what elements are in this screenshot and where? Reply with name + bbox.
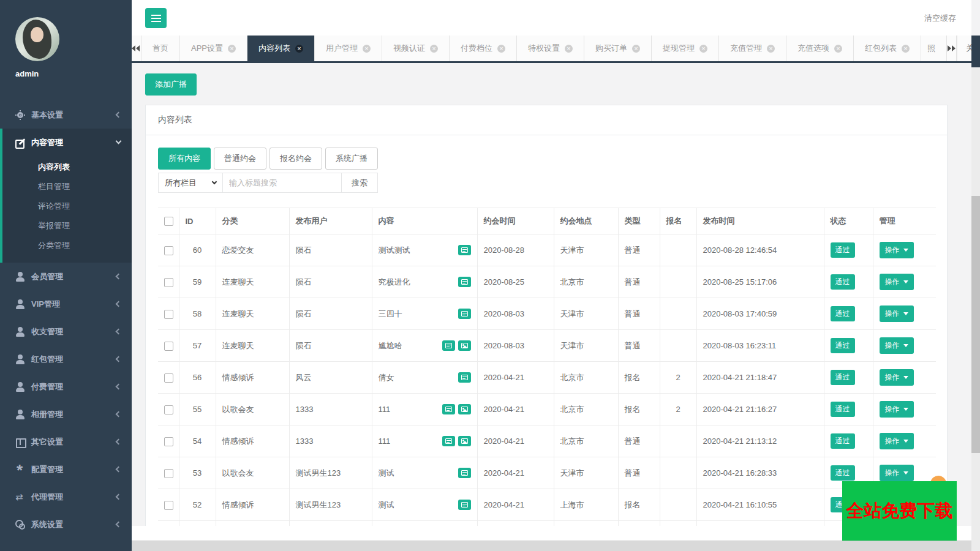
tab-close-icon[interactable]: [430, 45, 438, 53]
sidebar: admin 基本设置 内容管理 内容列表栏目管理评论管理举报管理分类管理 会员管…: [0, 0, 132, 551]
filter-button[interactable]: 报名约会: [270, 148, 322, 170]
tab-close-icon[interactable]: [295, 45, 303, 53]
tab[interactable]: 充值选项: [786, 36, 854, 61]
username: admin: [15, 69, 132, 78]
cell-signup: [660, 457, 696, 489]
image-icon: [461, 343, 468, 348]
tab-close-icon[interactable]: [228, 45, 236, 53]
action-button[interactable]: 操作: [880, 242, 914, 258]
tab-close-icon[interactable]: [767, 45, 775, 53]
status-badge[interactable]: 通过: [831, 370, 855, 385]
tab[interactable]: 用户管理: [315, 36, 382, 61]
row-checkbox[interactable]: [164, 405, 173, 414]
tab-close-icon[interactable]: [699, 45, 707, 53]
row-checkbox[interactable]: [164, 469, 173, 478]
tab[interactable]: 提现管理: [652, 36, 719, 61]
sidebar-subitem[interactable]: 内容列表: [2, 157, 132, 177]
status-badge[interactable]: 通过: [831, 465, 855, 481]
search-button[interactable]: 搜索: [342, 173, 378, 193]
action-button[interactable]: 操作: [880, 465, 914, 481]
vertical-scrollbar[interactable]: [971, 36, 980, 551]
status-badge[interactable]: 通过: [831, 433, 855, 449]
sidebar-subitem[interactable]: 分类管理: [2, 236, 132, 255]
action-button[interactable]: 操作: [880, 401, 914, 418]
tab-close-icon[interactable]: [497, 45, 505, 53]
row-checkbox[interactable]: [164, 373, 173, 383]
select-all-checkbox[interactable]: [164, 217, 173, 226]
tabs-scroll-right-button[interactable]: [947, 36, 957, 61]
action-button[interactable]: 操作: [880, 274, 914, 290]
tab[interactable]: APP设置: [180, 36, 247, 61]
sidebar-item-label: 代理管理: [31, 492, 116, 503]
sidebar-subitem[interactable]: 栏目管理: [2, 177, 132, 197]
row-checkbox[interactable]: [164, 278, 173, 287]
sidebar-item[interactable]: 其它设置: [0, 428, 132, 455]
add-broadcast-button[interactable]: 添加广播: [145, 73, 197, 96]
tab[interactable]: 红包列表: [854, 36, 921, 61]
row-checkbox[interactable]: [164, 342, 173, 351]
tab[interactable]: 充值管理: [719, 36, 786, 61]
action-button[interactable]: 操作: [880, 369, 914, 386]
tab[interactable]: 照: [921, 36, 947, 61]
sidebar-subitem[interactable]: 举报管理: [2, 216, 132, 236]
sidebar-item[interactable]: 付费管理: [0, 373, 132, 400]
sidebar-item[interactable]: 基本设置: [0, 101, 132, 129]
row-checkbox[interactable]: [164, 501, 173, 510]
action-button[interactable]: 操作: [880, 305, 914, 322]
sidebar-item[interactable]: 相册管理: [0, 400, 132, 428]
panel-title: 内容列表: [158, 114, 192, 124]
row-checkbox[interactable]: [164, 246, 173, 255]
vertical-scrollbar-thumb[interactable]: [971, 196, 980, 453]
tab-label: APP设置: [191, 43, 223, 54]
search-input[interactable]: [223, 173, 342, 193]
sidebar-subitem[interactable]: 评论管理: [2, 197, 132, 216]
sidebar-item[interactable]: 收支管理: [0, 318, 132, 345]
panel-body: 所有内容普通约会报名约会系统广播 所有栏目 搜索: [146, 135, 947, 551]
clear-cache-link[interactable]: 清空缓存: [924, 13, 956, 24]
filter-button[interactable]: 系统广播: [325, 148, 378, 170]
sidebar-item[interactable]: 代理管理: [0, 483, 132, 511]
status-badge[interactable]: 通过: [831, 242, 855, 258]
row-checkbox[interactable]: [164, 310, 173, 319]
tab-close-icon[interactable]: [363, 45, 371, 53]
status-badge[interactable]: 通过: [831, 338, 855, 353]
category-select[interactable]: 所有栏目: [158, 173, 223, 193]
sidebar-item-label: 配置管理: [31, 464, 116, 475]
sidebar-item[interactable]: VIP管理: [0, 290, 132, 318]
sidebar-item[interactable]: 红包管理: [0, 345, 132, 373]
content-title: 测试测试: [379, 245, 458, 256]
row-checkbox[interactable]: [164, 437, 173, 446]
status-badge[interactable]: 通过: [831, 402, 855, 417]
tabs-scroll-left-button[interactable]: [132, 36, 141, 61]
tab-close-icon[interactable]: [834, 45, 842, 53]
cell-id: 58: [179, 298, 216, 330]
sidebar-item[interactable]: 配置管理: [0, 455, 132, 483]
tab[interactable]: 特权设置: [517, 36, 584, 61]
tab[interactable]: 付费档位: [450, 36, 517, 61]
hamburger-button[interactable]: [145, 8, 167, 28]
action-button[interactable]: 操作: [880, 337, 914, 354]
status-badge[interactable]: 通过: [831, 274, 855, 290]
cell-content: 三四十: [372, 298, 477, 330]
sidebar-item[interactable]: 会员管理: [0, 263, 132, 290]
download-overlay-banner[interactable]: 全站免费下载: [842, 481, 957, 541]
tab[interactable]: 内容列表: [247, 36, 315, 61]
tab[interactable]: 购买订单: [584, 36, 652, 61]
tab-close-icon[interactable]: [902, 45, 910, 53]
table-body: 60 恋爱交友 陨石 测试测试 2020-08-28 天津市 普通 2020-0…: [158, 234, 936, 551]
tab[interactable]: 首页: [141, 36, 180, 61]
table-row: 54 情感倾诉 1333 111 2020-04-21 北京市 普通 2020-…: [158, 425, 936, 457]
sidebar-item[interactable]: 内容管理: [2, 129, 132, 156]
sidebar-item[interactable]: 系统设置: [0, 511, 132, 538]
chevron-left-icon: [116, 411, 122, 418]
double-chevron-right-icon: [947, 45, 956, 51]
action-button[interactable]: 操作: [880, 433, 914, 449]
tab-close-icon[interactable]: [565, 45, 573, 53]
tab-close-icon[interactable]: [632, 45, 640, 53]
avatar[interactable]: [15, 17, 59, 61]
filter-button[interactable]: 普通约会: [214, 148, 266, 170]
filter-button[interactable]: 所有内容: [158, 148, 211, 170]
tab[interactable]: 视频认证: [382, 36, 450, 61]
table-row: 52 情感倾诉 测试男生123 测试 2020-04-21 上海市 报名 202…: [158, 489, 936, 521]
status-badge[interactable]: 通过: [831, 306, 855, 321]
